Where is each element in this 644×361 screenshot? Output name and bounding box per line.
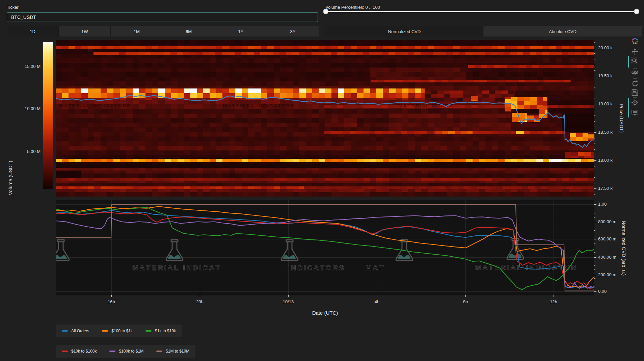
timeframe-button-1d[interactable]: 1D [7, 26, 58, 36]
tick-mark [594, 144, 595, 144]
tick-mark [594, 257, 596, 258]
tick-mark [111, 295, 112, 297]
zoom-in-out-icon[interactable] [631, 70, 639, 77]
tick-mark [594, 235, 595, 235]
tick-label: 10/13 [278, 299, 298, 305]
tick-mark [594, 222, 596, 222]
tick-mark [594, 204, 596, 205]
tick-mark [554, 295, 554, 297]
tick-mark [594, 278, 595, 279]
liquidity-heatmap-canvas[interactable] [56, 40, 594, 197]
tick-mark [594, 48, 596, 48]
tick-label: 20h [190, 299, 210, 305]
tick-mark [594, 104, 596, 104]
box-zoom-icon[interactable] [631, 57, 639, 65]
cvd-tab-row: Normalized CVD Absolute CVD [325, 26, 642, 36]
tick-label: 4h [367, 299, 387, 305]
tick-mark [594, 76, 596, 76]
legend-dash-icon [156, 351, 162, 352]
timeframe-button-1m[interactable]: 1M [111, 26, 162, 36]
tick-label: 5.00 M [10, 149, 41, 154]
cvd-axis-title: Normalized CVD (arb. u.) [621, 218, 626, 279]
hover-mode-icon[interactable] [631, 109, 639, 117]
tick-mark [594, 132, 596, 133]
tick-mark [594, 283, 595, 283]
timeframe-button-1w[interactable]: 1W [59, 26, 110, 36]
tab-absolute-cvd[interactable]: Absolute CVD [483, 26, 642, 36]
volume-percentiles-label: Volume Percentiles: 0 .. 100 [325, 5, 380, 10]
tick-label: 17.50 k [598, 186, 613, 191]
legend-item-100-1k[interactable]: $100 to $1k [102, 329, 133, 333]
ticker-input[interactable] [7, 12, 318, 22]
tick-mark [594, 217, 595, 218]
tick-mark [377, 295, 377, 297]
legend-label: All Orders [71, 329, 89, 333]
tick-mark [594, 172, 595, 172]
tick-label: 0.00 [598, 289, 607, 294]
tick-mark [594, 127, 595, 127]
volume-percentile-slider-handle-high[interactable] [634, 9, 639, 14]
tick-mark [594, 115, 595, 116]
legend-item-10k-100k[interactable]: $10k to $100k [62, 349, 97, 354]
modebar-active-indicator [628, 98, 629, 118]
toggle-spikelines-icon[interactable] [631, 99, 639, 106]
legend-item-all-orders[interactable]: All Orders [62, 329, 89, 333]
tick-mark [594, 59, 595, 59]
tick-mark [594, 188, 596, 189]
modebar-separator [633, 68, 637, 69]
tick-label: 800.00 m [598, 219, 616, 225]
legend-label: $100k to $1M [119, 349, 143, 354]
cvd-chart-canvas[interactable] [56, 200, 594, 295]
save-snapshot-icon[interactable] [631, 89, 639, 96]
tick-mark [594, 155, 595, 155]
ticker-label: Ticker [7, 5, 19, 10]
tick-mark [594, 110, 595, 110]
tick-mark [594, 252, 595, 253]
tick-mark [594, 177, 595, 178]
timeframe-button-1y[interactable]: 1Y [215, 26, 267, 36]
pan-tool-icon[interactable] [631, 48, 639, 55]
legend-item-1k-10k[interactable]: $1k to $10k [145, 329, 176, 333]
tick-mark [594, 275, 596, 275]
tick-mark [594, 261, 595, 261]
reset-axes-icon[interactable] [631, 80, 639, 87]
tick-mark [594, 194, 595, 195]
timeframe-button-3y[interactable]: 3Y [267, 26, 319, 36]
timeframe-button-6m[interactable]: 6M [163, 26, 215, 36]
legend-row-1: All Orders $100 to $1k $1k to $10k [56, 325, 182, 337]
legend-dash-icon [62, 351, 68, 352]
tick-label: 18.00 k [598, 158, 613, 163]
tick-mark [594, 65, 595, 65]
legend-dash-icon [145, 330, 152, 332]
tick-mark [594, 265, 595, 266]
tick-mark [288, 295, 289, 297]
plotly-logo-icon[interactable] [631, 37, 639, 45]
tick-mark [594, 226, 595, 226]
legend-dash-icon [102, 330, 108, 332]
legend-label: $10k to $100k [71, 349, 97, 354]
volume-percentile-slider-handle-low[interactable] [323, 9, 328, 14]
modebar-active-indicator [628, 56, 629, 68]
legend-label: $100 to $1k [111, 329, 133, 333]
tick-mark [594, 99, 595, 99]
volume-axis-title: Volume (USDT) [8, 156, 13, 200]
legend-label: $1k to $10k [155, 329, 176, 333]
legend-item-100k-1m[interactable]: $100k to $1M [109, 349, 143, 354]
tick-mark [594, 149, 595, 150]
legend-dash-icon [109, 351, 115, 352]
tab-normalized-cvd[interactable]: Normalized CVD [325, 26, 483, 36]
tick-label: 200.00 m [598, 272, 616, 278]
legend-row-2: $10k to $100k $100k to $1M $1M to $10M [56, 345, 195, 358]
tick-label: 16h [101, 299, 122, 305]
volume-percentile-slider-track[interactable] [325, 11, 639, 12]
firecharts-dashboard: Ticker Volume Percentiles: 0 .. 100 1D 1… [0, 0, 644, 361]
volume-colorbar [43, 42, 53, 189]
tick-mark [594, 160, 596, 161]
legend-item-1m-10m[interactable]: $1M to $10M [156, 349, 189, 354]
tick-mark [594, 138, 595, 138]
legend-dash-icon [62, 330, 68, 332]
tick-label: 400.00 m [598, 255, 616, 260]
modebar-separator [633, 97, 637, 98]
tick-mark [594, 166, 595, 166]
tick-label: 600.00 m [598, 236, 616, 242]
